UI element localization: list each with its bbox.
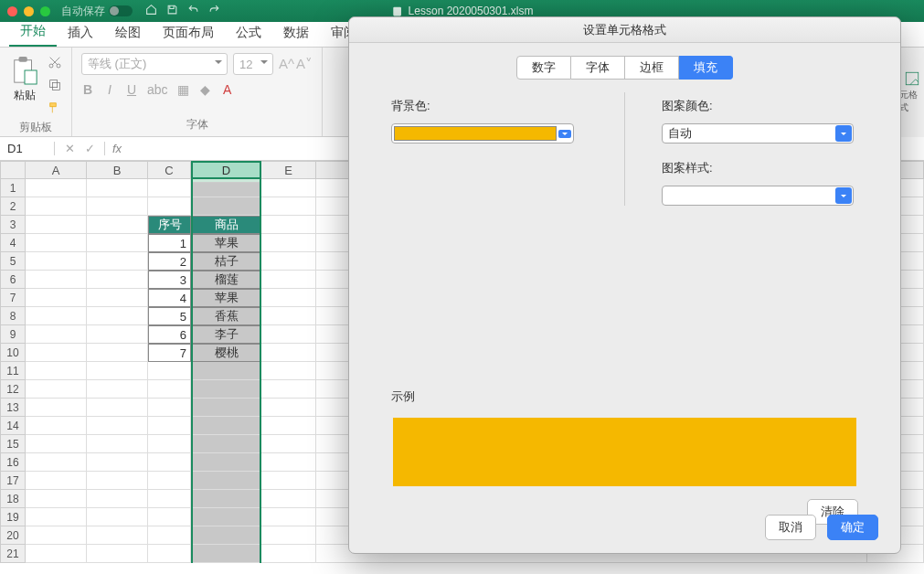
cell[interactable]	[87, 453, 148, 472]
ribbon-tab-4[interactable]: 公式	[225, 19, 272, 47]
cell[interactable]	[87, 417, 148, 435]
row-header[interactable]: 11	[0, 362, 26, 380]
cell[interactable]	[191, 417, 261, 435]
cell[interactable]	[87, 435, 148, 453]
row-header[interactable]: 14	[0, 417, 26, 435]
cell[interactable]	[87, 179, 148, 197]
cell[interactable]	[261, 399, 316, 417]
bgcolor-picker[interactable]	[391, 123, 574, 144]
cell[interactable]	[148, 490, 191, 508]
cell[interactable]: 商品	[191, 216, 261, 234]
row-header[interactable]: 3	[0, 216, 26, 234]
select-all-corner[interactable]	[0, 161, 26, 179]
row-header[interactable]: 1	[0, 179, 26, 197]
row-header[interactable]: 13	[0, 399, 26, 417]
cell[interactable]: 苹果	[191, 289, 261, 307]
cell[interactable]	[26, 216, 87, 234]
pattern-style-select[interactable]	[662, 186, 854, 206]
cell[interactable]	[261, 344, 316, 362]
cell[interactable]	[148, 435, 191, 453]
cell[interactable]	[148, 399, 191, 417]
cell[interactable]	[261, 435, 316, 453]
cell[interactable]: 樱桃	[191, 344, 261, 362]
cell[interactable]: 香蕉	[191, 307, 261, 325]
cell[interactable]	[26, 271, 87, 289]
ribbon-tab-5[interactable]: 数据	[272, 19, 320, 47]
cell[interactable]	[261, 490, 316, 508]
cell[interactable]	[148, 526, 191, 545]
ribbon-tab-0[interactable]: 开始	[9, 17, 57, 47]
cell[interactable]	[261, 197, 316, 216]
dialog-tab-3[interactable]: 填充	[679, 56, 733, 80]
cell[interactable]	[87, 545, 148, 563]
ok-button[interactable]: 确定	[827, 515, 878, 540]
cell[interactable]	[87, 234, 148, 252]
row-header[interactable]: 19	[0, 508, 26, 526]
cell[interactable]	[191, 526, 261, 545]
cell[interactable]	[26, 325, 87, 344]
cell[interactable]	[87, 289, 148, 307]
cut-icon[interactable]	[48, 55, 62, 72]
cell[interactable]	[261, 508, 316, 526]
cell[interactable]	[191, 399, 261, 417]
format-painter-icon[interactable]	[48, 101, 62, 118]
cell[interactable]	[261, 362, 316, 380]
name-box[interactable]: D1	[0, 142, 55, 155]
cell[interactable]: 榴莲	[191, 271, 261, 289]
row-header[interactable]: 16	[0, 453, 26, 472]
underline-button[interactable]: U	[125, 82, 138, 97]
row-header[interactable]: 5	[0, 252, 26, 271]
col-header-A[interactable]: A	[26, 161, 87, 179]
close-window[interactable]	[7, 6, 17, 16]
cell[interactable]	[191, 197, 261, 216]
cell[interactable]	[87, 307, 148, 325]
cell[interactable]	[148, 472, 191, 490]
cell[interactable]	[26, 417, 87, 435]
row-header[interactable]: 2	[0, 197, 26, 216]
cell[interactable]: 序号	[148, 216, 191, 234]
cell[interactable]	[148, 508, 191, 526]
cell[interactable]	[191, 380, 261, 399]
font-size-select[interactable]: 12	[233, 53, 273, 75]
cell[interactable]: 苹果	[191, 234, 261, 252]
cell[interactable]	[26, 179, 87, 197]
cell[interactable]	[26, 197, 87, 216]
cell[interactable]	[261, 289, 316, 307]
undo-icon[interactable]	[187, 4, 199, 18]
paste-button[interactable]: 粘贴	[9, 53, 40, 105]
cancel-formula-icon[interactable]: ✕	[62, 142, 77, 155]
strike-button[interactable]: abc	[147, 82, 168, 97]
cell[interactable]	[87, 252, 148, 271]
cell[interactable]	[261, 216, 316, 234]
ribbon-tab-3[interactable]: 页面布局	[152, 19, 225, 47]
cell[interactable]	[261, 252, 316, 271]
cell[interactable]	[191, 545, 261, 563]
cell[interactable]	[191, 362, 261, 380]
cell[interactable]: 2	[148, 252, 191, 271]
cell[interactable]: 1	[148, 234, 191, 252]
cell[interactable]	[26, 289, 87, 307]
cell[interactable]	[26, 252, 87, 271]
pattern-color-select[interactable]: 自动	[662, 123, 854, 144]
cell[interactable]	[261, 453, 316, 472]
cell[interactable]	[26, 453, 87, 472]
cell[interactable]	[26, 307, 87, 325]
cell[interactable]	[87, 362, 148, 380]
cell[interactable]: 桔子	[191, 252, 261, 271]
cell[interactable]	[148, 417, 191, 435]
row-header[interactable]: 8	[0, 307, 26, 325]
cell[interactable]	[26, 526, 87, 545]
row-header[interactable]: 7	[0, 289, 26, 307]
row-header[interactable]: 6	[0, 271, 26, 289]
cell[interactable]	[87, 490, 148, 508]
cell[interactable]	[261, 472, 316, 490]
cell[interactable]: 李子	[191, 325, 261, 344]
cell[interactable]	[26, 234, 87, 252]
cell[interactable]	[148, 453, 191, 472]
cell[interactable]	[261, 234, 316, 252]
cell[interactable]	[26, 399, 87, 417]
cell[interactable]	[261, 325, 316, 344]
border-icon[interactable]: ▦	[177, 82, 190, 97]
cell[interactable]	[261, 179, 316, 197]
row-header[interactable]: 15	[0, 435, 26, 453]
